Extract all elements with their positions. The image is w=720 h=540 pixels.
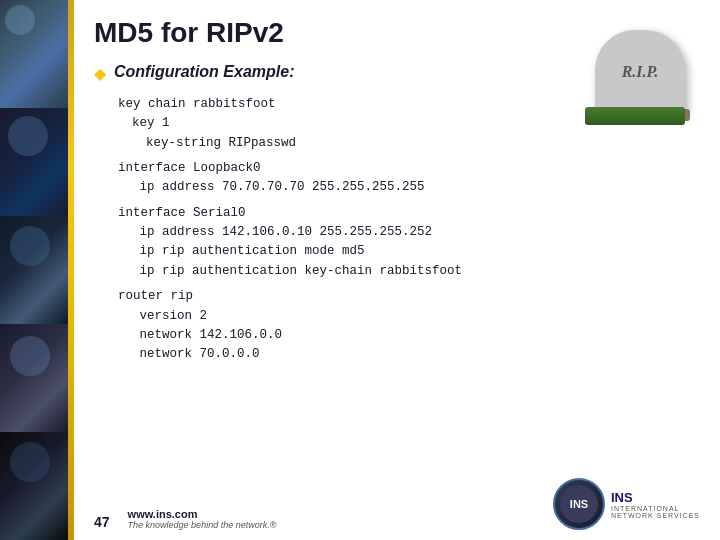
ins-name: INS	[611, 490, 700, 505]
ins-circle-text: INS	[570, 498, 588, 510]
sidebar-photo-1	[0, 0, 68, 108]
ins-circle-inner: INS	[560, 485, 598, 523]
footer: 47 www.ins.com The knowledge behind the …	[94, 470, 700, 530]
tombstone-text: R.I.P.	[622, 62, 659, 83]
footer-website: www.ins.com The knowledge behind the net…	[128, 508, 277, 530]
code-section-router: router rip version 2 network 142.106.0.0…	[118, 287, 700, 365]
tombstone-area: R.I.P.	[575, 10, 705, 130]
code-section-serial: interface Serial0 ip address 142.106.0.1…	[118, 204, 700, 282]
ins-sub2: NETWORK SERVICES	[611, 512, 700, 519]
ins-sub1: INTERNATIONAL	[611, 505, 700, 512]
bullet-diamond-icon: ◆	[94, 64, 106, 83]
config-header: Configuration Example:	[114, 63, 294, 81]
code-line: interface Serial0	[118, 204, 700, 223]
code-line: ip rip authentication mode md5	[118, 242, 700, 261]
code-line: network 70.0.0.0	[118, 345, 700, 364]
ins-label: INS INTERNATIONAL NETWORK SERVICES	[611, 490, 700, 519]
tombstone-grass	[585, 107, 685, 125]
sidebar-photo-3	[0, 216, 68, 324]
tombstone: R.I.P.	[590, 10, 690, 115]
code-line: interface Loopback0	[118, 159, 700, 178]
ins-circle: INS	[553, 478, 605, 530]
footer-url: www.ins.com	[128, 508, 277, 520]
code-section-loopback: interface Loopback0 ip address 70.70.70.…	[118, 159, 700, 198]
ins-logo: INS INS INTERNATIONAL NETWORK SERVICES	[553, 478, 700, 530]
tombstone-body: R.I.P.	[595, 30, 685, 115]
sidebar-photo-2	[0, 108, 68, 216]
sidebar-photo-4	[0, 324, 68, 432]
footer-left: 47 www.ins.com The knowledge behind the …	[94, 508, 276, 530]
code-line: router rip	[118, 287, 700, 306]
code-line: key-string RIPpasswd	[118, 134, 700, 153]
page-number: 47	[94, 514, 110, 530]
main-content: MD5 for RIPv2 R.I.P. ◆ Configuration Exa…	[74, 0, 720, 540]
sidebar-photo-5	[0, 432, 68, 540]
code-line: ip address 142.106.0.10 255.255.255.252	[118, 223, 700, 242]
code-line: ip rip authentication key-chain rabbitsf…	[118, 262, 700, 281]
code-block: key chain rabbitsfoot key 1 key-string R…	[118, 95, 700, 371]
code-line: version 2	[118, 307, 700, 326]
code-line: network 142.106.0.0	[118, 326, 700, 345]
footer-tagline: The knowledge behind the network.®	[128, 520, 277, 530]
code-line: ip address 70.70.70.70 255.255.255.255	[118, 178, 700, 197]
sidebar	[0, 0, 68, 540]
